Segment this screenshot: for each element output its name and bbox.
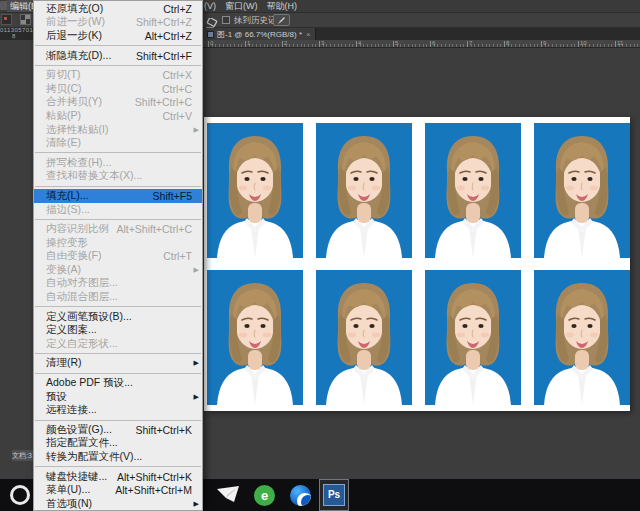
menu-item-label: 拼写检查(H)...: [46, 156, 111, 170]
tab-close-icon[interactable]: ×: [306, 30, 311, 39]
menu-separator: [35, 186, 201, 187]
menu-item-shortcut: Ctrl+V: [163, 110, 192, 122]
menu-item-label: Adobe PDF 预设...: [46, 376, 133, 390]
document-tab-title: 图-1 @ 66.7%(RGB/8) *: [217, 29, 302, 40]
menu-item[interactable]: 变换(A)▶: [34, 263, 202, 277]
blue-browser-icon[interactable]: [290, 485, 311, 506]
menu-item[interactable]: 清理(R)▶: [34, 357, 202, 371]
brush-panel-button[interactable]: [273, 14, 290, 26]
menu-item-shortcut: Ctrl+Z: [163, 3, 192, 15]
menu-item[interactable]: 指定配置文件...: [34, 437, 202, 451]
menu-separator: [35, 306, 201, 307]
submenu-arrow-icon: ▶: [194, 126, 199, 134]
menu-view-fragment[interactable]: (V): [204, 0, 216, 12]
ruler-number: 5: [395, 40, 398, 46]
menu-item[interactable]: 清除(E): [34, 136, 202, 150]
horizontal-ruler: 01234567891011: [203, 40, 640, 48]
document-thumbnail-icon: [207, 31, 214, 38]
menu-item[interactable]: 还原填充(O)Ctrl+Z: [34, 2, 202, 16]
menu-item[interactable]: 拷贝(C)Ctrl+C: [34, 82, 202, 96]
menu-item[interactable]: 渐隐填充(D)...Shift+Ctrl+F: [34, 49, 202, 63]
menu-item[interactable]: 后退一步(K)Alt+Ctrl+Z: [34, 29, 202, 43]
menu-item-label: 操控变形: [46, 236, 88, 250]
menu-item[interactable]: 操控变形: [34, 236, 202, 250]
menu-item-shortcut: Shift+Ctrl+F: [136, 50, 192, 62]
menu-item[interactable]: 菜单(U)...Alt+Shift+Ctrl+M: [34, 483, 202, 497]
photoshop-taskbar-icon[interactable]: Ps: [319, 479, 349, 511]
submenu-arrow-icon: ▶: [194, 359, 199, 367]
menu-item-label: 还原填充(O): [46, 2, 103, 16]
menu-item[interactable]: 合并拷贝(Y)Shift+Ctrl+C: [34, 96, 202, 110]
menu-item[interactable]: 预设▶: [34, 390, 202, 404]
ruler-number: 4: [358, 40, 361, 46]
id-photo: [534, 123, 630, 258]
menu-item[interactable]: 描边(S)...: [34, 203, 202, 217]
menu-separator: [35, 353, 201, 354]
menu-help[interactable]: 帮助(H): [267, 0, 298, 12]
id-photo: [425, 270, 521, 405]
ruler-fragment-digit2: 8: [12, 33, 15, 39]
ps-logo: Ps: [323, 484, 345, 506]
erase-to-history-checkbox[interactable]: [222, 16, 230, 24]
menu-item-label: 清除(E): [46, 136, 81, 150]
menu-item[interactable]: Adobe PDF 预设...: [34, 376, 202, 390]
green-browser-icon[interactable]: e: [254, 485, 275, 506]
menu-item-label: 后退一步(K): [46, 29, 102, 43]
menu-item-label: 填充(L)...: [46, 189, 89, 203]
portrait-graphic: [316, 123, 412, 258]
menu-item[interactable]: 拼写检查(H)...: [34, 156, 202, 170]
edit-menu-panel: 还原填充(O)Ctrl+Z前进一步(W)Shift+Ctrl+Z后退一步(K)A…: [33, 0, 203, 511]
pattern-icon[interactable]: [20, 14, 31, 25]
menu-item[interactable]: 定义自定形状...: [34, 337, 202, 351]
menu-window[interactable]: 窗口(W): [225, 0, 258, 12]
menu-item[interactable]: 自动混合图层...: [34, 290, 202, 304]
ruler-number: 3: [321, 40, 324, 46]
menu-item[interactable]: 粘贴(P)Ctrl+V: [34, 109, 202, 123]
menu-item-label: 指定配置文件...: [46, 436, 118, 450]
menu-item-label: 自动混合图层...: [46, 290, 118, 304]
document-tab[interactable]: 图-1 @ 66.7%(RGB/8) * ×: [203, 28, 316, 40]
menu-item-label: 预设: [46, 390, 67, 404]
menu-item[interactable]: 转换为配置文件(V)...: [34, 450, 202, 464]
menu-item[interactable]: 自由变换(F)Ctrl+T: [34, 250, 202, 264]
menu-item-label: 定义自定形状...: [46, 337, 118, 351]
menu-separator: [35, 373, 201, 374]
menu-item-label: 渐隐填充(D)...: [46, 49, 111, 63]
id-photo: [425, 123, 521, 258]
mail-icon[interactable]: [216, 486, 240, 507]
menu-item[interactable]: 前进一步(W)Shift+Ctrl+Z: [34, 16, 202, 30]
menu-separator: [35, 152, 201, 153]
ruler-fragment-digits: 011305701: [0, 27, 33, 33]
menu-item-shortcut: Shift+Ctrl+K: [135, 424, 192, 436]
ruler-number: 11: [617, 40, 623, 46]
menu-item[interactable]: 选择性粘贴(I)▶: [34, 123, 202, 137]
portrait-graphic: [534, 270, 630, 405]
menu-item[interactable]: 定义画笔预设(B)...: [34, 310, 202, 324]
menu-item-shortcut: Alt+Shift+Ctrl+K: [117, 471, 192, 483]
menu-item-label: 颜色设置(G)...: [46, 423, 112, 437]
menu-item[interactable]: 填充(L)...Shift+F5: [34, 189, 202, 203]
menu-item[interactable]: 远程连接...: [34, 403, 202, 417]
menu-item[interactable]: 自动对齐图层...: [34, 277, 202, 291]
menu-item-label: 清理(R): [46, 356, 82, 370]
photoshop-window: 编辑(E) (V) 窗口(W) 帮助(H) 抹到历史记录 011305701 8: [0, 0, 640, 511]
menu-item-label: 菜单(U)...: [46, 483, 90, 497]
menu-item[interactable]: 键盘快捷键...Alt+Shift+Ctrl+K: [34, 470, 202, 484]
ruler-number: 7: [469, 40, 472, 46]
menu-item-shortcut: Shift+F5: [153, 190, 192, 202]
portrait-graphic: [425, 123, 521, 258]
menu-item[interactable]: 定义图案...: [34, 323, 202, 337]
menu-item[interactable]: 查找和替换文本(X)...: [34, 170, 202, 184]
menu-item[interactable]: 内容识别比例Alt+Shift+Ctrl+C: [34, 222, 202, 236]
tool-preset-icon[interactable]: [1, 14, 12, 25]
ruler-number: 9: [543, 40, 546, 46]
menu-item[interactable]: 颜色设置(G)...Shift+Ctrl+K: [34, 423, 202, 437]
ring-browser-icon[interactable]: [10, 485, 30, 505]
menu-item-label: 查找和替换文本(X)...: [46, 169, 142, 183]
ruler-number: 0: [210, 40, 213, 46]
menu-item[interactable]: 首选项(N)▶: [34, 497, 202, 511]
menu-item-label: 键盘快捷键...: [46, 470, 107, 484]
portrait-graphic: [316, 270, 412, 405]
menu-item[interactable]: 剪切(T)Ctrl+X: [34, 68, 202, 82]
canvas[interactable]: [204, 117, 630, 411]
